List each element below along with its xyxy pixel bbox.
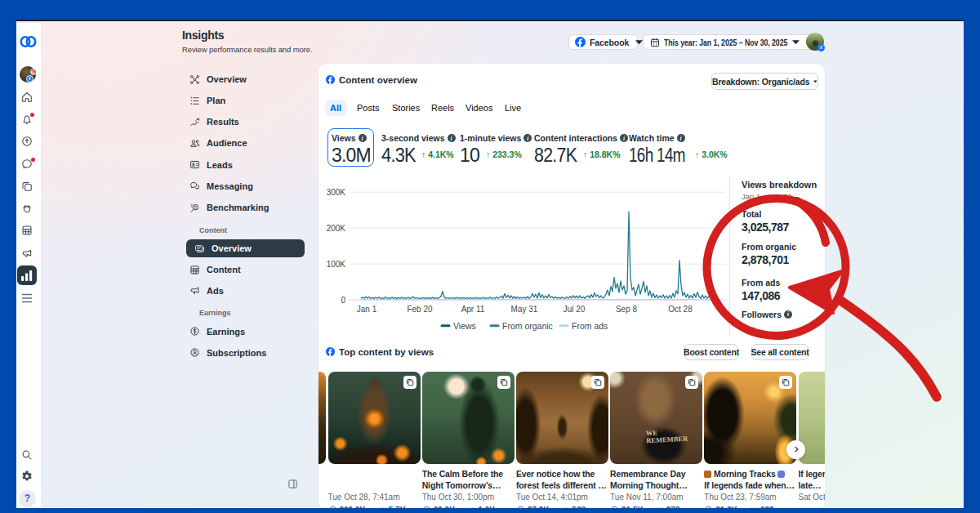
svg-text:Jul 20: Jul 20	[564, 305, 586, 314]
svg-text:Apr 11: Apr 11	[461, 305, 485, 314]
svg-text:100K: 100K	[327, 260, 346, 269]
svg-text:Oct 28: Oct 28	[668, 305, 693, 314]
svg-text:Sep 8: Sep 8	[616, 305, 638, 314]
svg-text:200K: 200K	[327, 224, 346, 233]
svg-text:May 31: May 31	[511, 305, 538, 314]
svg-text:From organic: From organic	[502, 321, 553, 331]
svg-text:Views: Views	[453, 321, 476, 331]
svg-text:Jan 1: Jan 1	[357, 305, 377, 314]
svg-text:Feb 20: Feb 20	[407, 305, 433, 314]
svg-text:300K: 300K	[327, 188, 346, 197]
svg-text:0: 0	[341, 296, 345, 305]
svg-text:From ads: From ads	[572, 321, 608, 331]
